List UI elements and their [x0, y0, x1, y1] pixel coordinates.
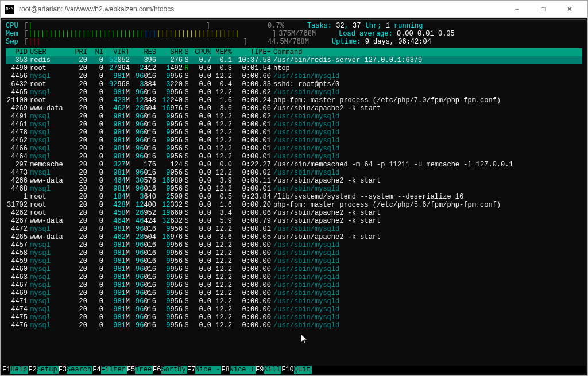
fnkey-label[interactable]: Search — [67, 366, 92, 374]
process-row[interactable]: 4473mysql200981M960169956S0.012.20:00.02… — [6, 169, 582, 177]
fnkey-f10[interactable]: F10 — [281, 366, 294, 374]
process-row[interactable]: 4456mysql200981M960169956S0.012.20:00.60… — [6, 72, 582, 80]
process-row[interactable]: 4459mysql200981M960169956S0.012.20:00.00… — [6, 257, 582, 265]
cpu-label: CPU — [6, 22, 24, 30]
uptime-label: Uptime: — [332, 38, 361, 46]
close-button[interactable]: ✕ — [556, 1, 583, 18]
tasks-c: 1 — [386, 22, 390, 30]
hdr-pid[interactable]: PID — [6, 48, 28, 56]
process-row[interactable]: 4466mysql200981M960169956S0.012.20:00.01… — [6, 145, 582, 153]
tasks-a: 32 — [336, 22, 344, 30]
fnkey-f4[interactable]: F4 — [92, 366, 100, 374]
uptime-value: 9 days, 06:42:04 — [365, 38, 431, 46]
function-keys: F1HelpF2SetupF3SearchF4FilterF5TreeF6Sor… — [2, 366, 586, 374]
minimize-button[interactable]: − — [504, 1, 530, 18]
process-row[interactable]: 297memcache200327M176124S0.00.00:22.27/u… — [6, 161, 582, 169]
fnkey-f1[interactable]: F1 — [2, 366, 10, 374]
tasks-b: 37 — [353, 22, 361, 30]
hdr-virt[interactable]: VIRT — [103, 48, 130, 56]
process-row[interactable]: 31702root200428M1240012332S0.01.60:00.20… — [6, 201, 582, 209]
fnkey-label[interactable]: Nice - — [195, 366, 221, 374]
tasks-label: Tasks: — [307, 22, 332, 30]
fnkey-f8[interactable]: F8 — [221, 366, 229, 374]
process-row[interactable]: 4475mysql200981M960169956S0.012.20:00.00… — [6, 313, 582, 321]
mem-bar: [|||||||||||||||||||||||||||||||||||||||… — [24, 30, 276, 38]
hdr-cpu[interactable]: CPU% — [191, 48, 211, 56]
fnkey-f3[interactable]: F3 — [59, 366, 67, 374]
process-row[interactable]: 353redis20052052396276S0.70.110:37.58/us… — [6, 56, 582, 64]
hdr-pri[interactable]: PRI — [70, 48, 87, 56]
process-header[interactable]: PID USER PRI NI VIRT RES SHR S CPU% MEM%… — [6, 48, 582, 56]
fnkey-f6[interactable]: F6 — [153, 366, 161, 374]
process-row[interactable]: 1root200184M36402500S0.00.50:23.84/lib/s… — [6, 193, 582, 201]
fnkey-f9[interactable]: F9 — [256, 366, 264, 374]
fnkey-f2[interactable]: F2 — [28, 366, 36, 374]
meters-section: CPU [|..................................… — [6, 22, 582, 46]
process-row[interactable]: 4262root200458M2695219660S0.03.40:00.06/… — [6, 209, 582, 217]
process-row[interactable]: 4461mysql200981M960169956S0.012.20:00.01… — [6, 121, 582, 129]
hdr-mem[interactable]: MEM% — [211, 48, 232, 56]
process-row[interactable]: 4266www-data200464M3057616980S0.03.90:00… — [6, 177, 582, 185]
process-row[interactable]: 4467mysql200981M960169956S0.012.20:00.00… — [6, 281, 582, 289]
process-row[interactable]: 21100root200423M1234812240S0.01.60:00.24… — [6, 96, 582, 104]
process-list[interactable]: 353redis20052052396276S0.70.110:37.58/us… — [6, 56, 582, 330]
process-row[interactable]: 4269www-data200462M2850416976S0.03.60:00… — [6, 104, 582, 113]
terminal-body[interactable]: CPU [|..................................… — [1, 18, 587, 375]
process-row[interactable]: 4469mysql200981M960169956S0.012.20:00.00… — [6, 289, 582, 297]
mouse-cursor-icon — [301, 334, 310, 348]
window-title: root@ariarian: /var/www/h2.webkaizen.com… — [19, 5, 504, 13]
fnkey-label[interactable]: Tree — [135, 366, 153, 374]
process-row[interactable]: 4491mysql200981M960169956S0.012.20:00.02… — [6, 113, 582, 121]
process-row[interactable]: 4472mysql200981M960169956S0.012.20:00.01… — [6, 225, 582, 233]
process-row[interactable]: 4490root2002736424121492R0.00.30:01.54ht… — [6, 64, 582, 72]
process-row[interactable]: 4468mysql200981M960169956S0.012.20:00.01… — [6, 185, 582, 193]
cpu-bar: [|......................................… — [24, 22, 265, 30]
mem-label: Mem — [6, 30, 24, 38]
cpu-value: 0.7% — [268, 22, 284, 30]
titlebar[interactable]: C:\ root@ariarian: /var/www/h2.webkaizen… — [1, 1, 587, 18]
fnkey-f5[interactable]: F5 — [127, 366, 135, 374]
process-row[interactable]: 4471mysql200981M960169956S0.012.20:00.00… — [6, 297, 582, 305]
swp-value: 44.5M/768M — [268, 38, 309, 46]
fnkey-label[interactable]: SortBy — [161, 366, 187, 374]
hdr-cmd[interactable]: Command — [271, 48, 582, 56]
fnkey-label[interactable]: Filter — [101, 366, 127, 374]
fnkey-f7[interactable]: F7 — [187, 366, 195, 374]
process-row[interactable]: 4267www-data200464M4642432632S0.05.90:00… — [6, 217, 582, 225]
fnkey-label[interactable]: Help — [10, 366, 28, 374]
swp-bar: [|||....................................… — [24, 38, 265, 46]
process-row[interactable]: 4462mysql200981M960169956S0.012.20:00.01… — [6, 137, 582, 145]
fnkey-label[interactable]: Kill — [264, 366, 281, 374]
fnkey-label[interactable]: Nice + — [230, 366, 256, 374]
hdr-res[interactable]: RES — [130, 48, 156, 56]
process-row[interactable]: 4476mysql200981M960169956S0.012.20:00.00… — [6, 321, 582, 330]
app-icon: C:\ — [5, 5, 14, 14]
process-row[interactable]: 4463mysql200981M960169956S0.012.20:00.00… — [6, 273, 582, 281]
swp-label: Swp — [6, 38, 24, 46]
process-row[interactable]: 4265www-data200462M2850416976S0.03.60:00… — [6, 233, 582, 241]
process-row[interactable]: 4458mysql200981M960169956S0.012.20:00.00… — [6, 249, 582, 257]
load-label: Load average: — [339, 30, 393, 38]
mem-value: 375M/768M — [278, 30, 316, 38]
hdr-user[interactable]: USER — [28, 48, 70, 56]
hdr-s[interactable]: S — [183, 48, 191, 56]
hdr-time[interactable]: TIME+ — [232, 48, 271, 56]
fnkey-label[interactable]: Quit — [294, 366, 312, 374]
process-row[interactable]: 4460mysql200981M960169956S0.012.20:00.00… — [6, 265, 582, 273]
process-row[interactable]: 4474mysql200981M960169956S0.012.20:00.00… — [6, 305, 582, 313]
process-row[interactable]: 4478mysql200981M960169956S0.012.20:00.01… — [6, 129, 582, 137]
process-row[interactable]: 4465mysql200981M960169956S0.012.20:00.02… — [6, 88, 582, 96]
hdr-ni[interactable]: NI — [87, 48, 103, 56]
fnkey-label[interactable]: Setup — [37, 366, 59, 374]
maximize-button[interactable]: □ — [530, 1, 556, 18]
terminal-window: C:\ root@ariarian: /var/www/h2.webkaizen… — [0, 0, 588, 376]
hdr-shr[interactable]: SHR — [156, 48, 183, 56]
process-row[interactable]: 6432root2009296833843220S0.00.40:00.33ss… — [6, 80, 582, 88]
process-row[interactable]: 4464mysql200981M960169956S0.012.20:00.01… — [6, 153, 582, 161]
process-row[interactable]: 4457mysql200981M960169956S0.012.20:00.00… — [6, 241, 582, 249]
